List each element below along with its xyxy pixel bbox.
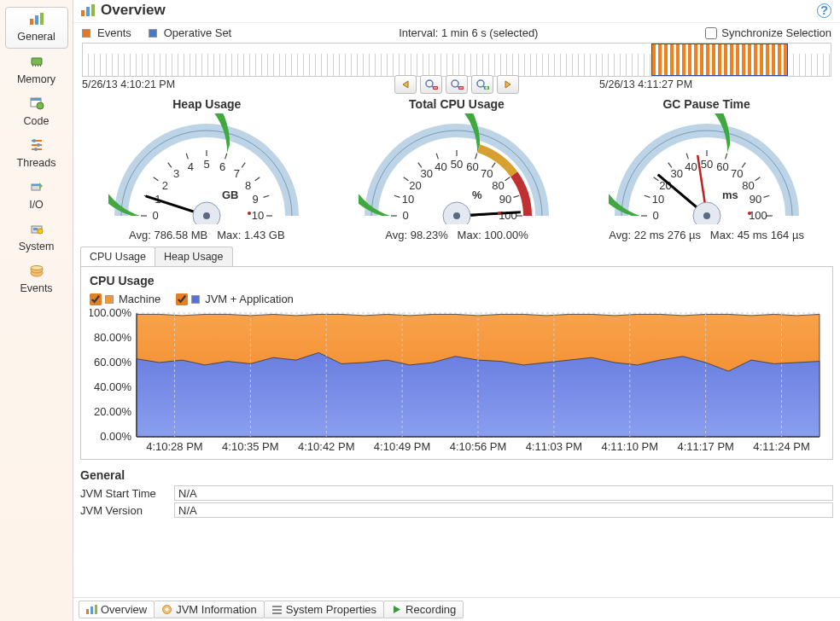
svg-line-110 <box>755 177 760 181</box>
nav-prev-button[interactable] <box>394 75 417 94</box>
svg-line-68 <box>394 195 400 197</box>
general-row-label: JVM Start Time <box>80 487 174 500</box>
bottom-tab-recording[interactable]: Recording <box>383 601 464 618</box>
top-legend-bar: Events Operative Set Interval: 1 min 6 s… <box>73 23 840 43</box>
svg-line-112 <box>763 195 769 197</box>
svg-text:4: 4 <box>188 160 194 173</box>
svg-text:0: 0 <box>652 209 658 222</box>
svg-text:40.00%: 40.00% <box>94 380 132 393</box>
legend-toggle[interactable]: Machine <box>90 293 160 305</box>
svg-text:90: 90 <box>749 193 761 206</box>
svg-rect-0 <box>30 19 33 25</box>
svg-line-98 <box>653 177 658 181</box>
legend-color-events <box>82 29 90 38</box>
general-row-value: N/A <box>174 502 833 518</box>
svg-text:4:10:49 PM: 4:10:49 PM <box>374 440 431 453</box>
zoom-in-button[interactable] <box>471 75 493 94</box>
timeline-start: 5/26/13 4:10:21 PM <box>82 78 175 90</box>
bottom-tab-system-props[interactable]: System Properties <box>264 601 384 618</box>
svg-text:5: 5 <box>204 158 210 171</box>
gear-icon <box>161 604 172 615</box>
svg-line-96 <box>644 195 650 197</box>
svg-text:ms: ms <box>722 189 738 201</box>
svg-rect-3 <box>32 58 42 65</box>
sidebar-item-label: Events <box>7 282 67 294</box>
overview-icon <box>29 11 44 26</box>
svg-point-65 <box>248 212 251 215</box>
svg-text:40: 40 <box>435 160 446 173</box>
svg-text:6: 6 <box>219 160 225 173</box>
sync-selection-toggle[interactable]: Synchronize Selection <box>705 26 831 39</box>
svg-rect-157 <box>95 605 97 614</box>
tab-heap-usage[interactable]: Heap Usage <box>155 247 233 266</box>
svg-line-54 <box>255 177 260 181</box>
bottom-tab-overview[interactable]: Overview <box>79 601 155 618</box>
svg-point-93 <box>498 212 501 215</box>
svg-line-74 <box>436 154 438 160</box>
bottom-tab-jvm-info[interactable]: JVM Information <box>154 601 265 618</box>
svg-point-18 <box>38 229 43 234</box>
svg-line-70 <box>404 177 409 181</box>
svg-text:50: 50 <box>700 158 712 171</box>
list-icon <box>271 604 283 615</box>
svg-text:0: 0 <box>402 209 408 222</box>
svg-rect-4 <box>32 65 33 67</box>
general-row: JVM Start TimeN/A <box>80 485 833 501</box>
svg-text:4:11:24 PM: 4:11:24 PM <box>753 440 810 453</box>
svg-text:0.00%: 0.00% <box>100 430 131 443</box>
bottom-tabs: Overview JVM Information System Properti… <box>73 597 840 621</box>
svg-text:4:10:42 PM: 4:10:42 PM <box>298 440 355 453</box>
help-icon[interactable]: ? <box>817 3 831 18</box>
sidebar-item-events[interactable]: Events <box>5 259 68 299</box>
sidebar-item-threads[interactable]: Threads <box>5 134 68 174</box>
svg-line-52 <box>242 163 245 168</box>
zoom-reset-button[interactable] <box>446 75 468 94</box>
svg-line-50 <box>225 154 227 160</box>
chart-heading: CPU Usage <box>90 274 824 287</box>
sidebar-item-memory[interactable]: Memory <box>5 50 68 90</box>
svg-text:50: 50 <box>451 158 463 171</box>
svg-text:80: 80 <box>742 179 754 192</box>
svg-text:60: 60 <box>716 160 728 173</box>
overview-icon <box>80 3 96 18</box>
sidebar-item-general[interactable]: General <box>5 7 68 49</box>
timeline-selection[interactable] <box>651 44 788 76</box>
sidebar-item-label: General <box>8 31 66 43</box>
interval-label: Interval: 1 min 6 s (selected) <box>236 26 700 39</box>
svg-rect-6 <box>38 65 38 67</box>
sync-checkbox[interactable] <box>705 27 717 39</box>
general-heading: General <box>80 468 833 482</box>
svg-text:4:11:10 PM: 4:11:10 PM <box>602 440 659 453</box>
svg-line-56 <box>264 195 270 197</box>
sidebar-item-code[interactable]: Code <box>5 92 68 132</box>
events-icon <box>29 263 44 278</box>
gauge-heap-usage: Heap Usage012345678910GBAvg: 786.58 MB M… <box>90 97 323 241</box>
sync-label: Synchronize Selection <box>721 26 831 39</box>
sidebar-item-label: Threads <box>7 157 67 169</box>
legend-toggle[interactable]: JVM + Application <box>176 293 294 305</box>
svg-text:20: 20 <box>409 179 421 192</box>
general-row: JVM VersionN/A <box>80 502 833 518</box>
tab-cpu-usage[interactable]: CPU Usage <box>80 247 155 266</box>
svg-text:4:11:17 PM: 4:11:17 PM <box>677 440 734 453</box>
zoom-out-button[interactable] <box>420 75 442 94</box>
legend-label: Events <box>97 26 131 39</box>
svg-text:40: 40 <box>685 160 697 173</box>
svg-rect-160 <box>272 606 282 607</box>
svg-line-44 <box>168 163 172 168</box>
svg-text:90: 90 <box>499 193 511 206</box>
svg-line-106 <box>725 154 726 160</box>
svg-point-159 <box>166 608 169 612</box>
svg-point-122 <box>748 212 751 215</box>
sidebar-item-io[interactable]: I/O <box>5 176 68 216</box>
cpu-usage-chart: 0.00%20.00%40.00%60.00%80.00%100.00% 4:1… <box>90 309 824 454</box>
svg-point-121 <box>703 212 710 219</box>
svg-rect-5 <box>35 65 36 67</box>
svg-line-84 <box>514 195 520 197</box>
sidebar-item-system[interactable]: System <box>5 218 68 258</box>
timeline-bar[interactable] <box>82 43 831 77</box>
svg-text:4:11:03 PM: 4:11:03 PM <box>526 440 583 453</box>
nav-next-button[interactable] <box>497 75 519 94</box>
timeline-end: 5/26/13 4:11:27 PM <box>599 78 692 90</box>
threads-icon <box>29 137 44 153</box>
